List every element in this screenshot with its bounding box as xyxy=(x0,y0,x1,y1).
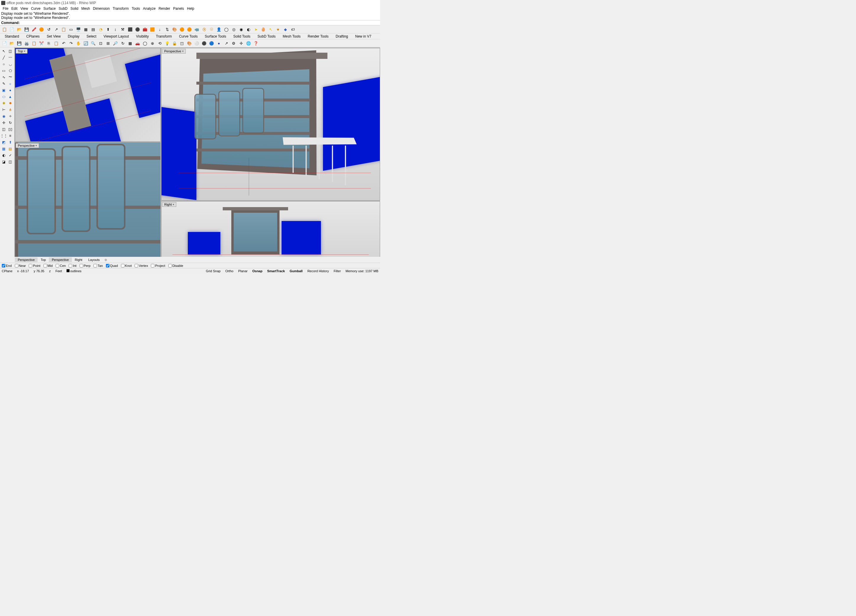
flatten-icon[interactable]: ⬛ xyxy=(127,26,133,32)
undo-view-icon[interactable]: ⟲ xyxy=(157,40,163,46)
explode-icon[interactable]: ✧ xyxy=(7,113,13,119)
osnap-perp-checkbox[interactable] xyxy=(80,264,83,268)
tag-icon[interactable]: 🏷 xyxy=(289,26,296,32)
tab-visibility[interactable]: Visibility xyxy=(132,34,152,39)
status-layer[interactable]: outlines xyxy=(66,269,82,273)
osnap-cen-checkbox[interactable] xyxy=(55,264,59,268)
man-icon[interactable]: 👤 xyxy=(216,26,222,32)
grid3-icon[interactable]: ▦ xyxy=(1,146,7,152)
osnap-vertex-checkbox[interactable] xyxy=(135,264,138,268)
refresh-icon[interactable]: ↻ xyxy=(120,40,126,46)
viewport-perspective-main[interactable]: Perspective xyxy=(161,48,380,200)
rect-tool-icon[interactable]: ▭ xyxy=(1,68,7,74)
menu-dimension[interactable]: Dimension xyxy=(91,6,111,11)
split-icon[interactable]: ⋔ xyxy=(7,106,13,113)
ring-icon[interactable]: ◯ xyxy=(142,40,148,46)
osnap-project-checkbox[interactable] xyxy=(151,264,154,268)
osnap-tan[interactable]: Tan xyxy=(94,264,103,268)
vptab-add-icon[interactable]: ⊕ xyxy=(103,257,109,262)
scale-icon[interactable]: ◫ xyxy=(1,126,7,132)
menu-file[interactable]: File xyxy=(1,6,10,11)
menu-transform[interactable]: Transform xyxy=(111,6,130,11)
cone-icon[interactable]: ▲ xyxy=(7,94,13,100)
open-icon[interactable]: 📂 xyxy=(16,26,23,32)
clipboard-icon[interactable]: 📋 xyxy=(1,26,8,32)
polygon-tool-icon[interactable]: ⬠ xyxy=(7,68,13,74)
polyline-tool-icon[interactable]: 〰 xyxy=(7,54,13,61)
zoom-extents-icon[interactable]: ⊞ xyxy=(105,40,111,46)
rhino-icon[interactable]: 🦏 xyxy=(194,26,200,32)
sphere-render-icon[interactable]: 🔵 xyxy=(208,40,215,46)
orbit-icon[interactable]: 🔄 xyxy=(83,40,89,46)
osnap-end-checkbox[interactable] xyxy=(2,264,5,268)
status-osnap[interactable]: Osnap xyxy=(252,269,262,273)
rotate-icon[interactable]: ↺ xyxy=(46,26,52,32)
tab-drafting[interactable]: Drafting xyxy=(332,34,352,39)
sphere-gray-icon[interactable]: ⚪ xyxy=(194,40,200,46)
edit-curve-icon[interactable]: ✎ xyxy=(1,80,7,87)
sphere-icon[interactable]: ⚫ xyxy=(134,26,141,32)
lock-icon[interactable]: 🔒 xyxy=(171,40,178,46)
car-icon[interactable]: 🚗 xyxy=(134,40,141,46)
tab-standard[interactable]: Standard xyxy=(1,34,23,39)
tab-display[interactable]: Display xyxy=(64,34,83,39)
osnap-vertex[interactable]: Vertex xyxy=(135,264,148,268)
osnap-near[interactable]: Near xyxy=(15,264,26,268)
clipboard2-icon[interactable]: 📋 xyxy=(60,26,67,32)
tab-select[interactable]: Select xyxy=(83,34,100,39)
menu-view[interactable]: View xyxy=(19,6,29,11)
diamond-icon[interactable]: ◆ xyxy=(282,26,289,32)
menu-surface[interactable]: Surface xyxy=(42,6,57,11)
copy-icon[interactable]: ⎘ xyxy=(46,40,52,46)
toolbar-tabs[interactable]: StandardCPlanesSet ViewDisplaySelectView… xyxy=(0,34,380,39)
open-file-icon[interactable]: 📂 xyxy=(9,40,15,46)
torus2-icon[interactable]: ◎ xyxy=(230,26,237,32)
osnap-int-checkbox[interactable] xyxy=(69,264,72,268)
grid2-icon[interactable]: ▤ xyxy=(90,26,96,32)
align-icon[interactable]: ≡ xyxy=(7,132,13,139)
status-units[interactable]: Feet xyxy=(55,269,62,273)
paste-icon[interactable]: 📋 xyxy=(53,40,60,46)
cluster-icon[interactable]: ⦾ xyxy=(208,26,215,32)
menu-mesh[interactable]: Mesh xyxy=(80,6,91,11)
viewport-top[interactable]: Top xyxy=(15,48,161,142)
osnap-quad-checkbox[interactable] xyxy=(106,264,109,268)
menu-help[interactable]: Help xyxy=(185,6,196,11)
box3d-icon[interactable]: ◩ xyxy=(1,139,7,145)
globe-icon[interactable]: 🌐 xyxy=(245,40,252,46)
osnap-knot[interactable]: Knot xyxy=(121,264,132,268)
osnap-int[interactable]: Int xyxy=(69,264,76,268)
menu-edit[interactable]: Edit xyxy=(10,6,19,11)
viewport-perspective-main-label[interactable]: Perspective xyxy=(162,49,185,54)
layers-icon[interactable]: ◫ xyxy=(179,40,185,46)
help-icon[interactable]: ❓ xyxy=(252,40,259,46)
torus4-icon[interactable]: ◐ xyxy=(245,26,252,32)
arc-tool-icon[interactable]: ◡ xyxy=(7,61,13,67)
redo-icon[interactable]: ↷ xyxy=(68,40,74,46)
mirror-icon[interactable]: ▯▯ xyxy=(7,126,13,132)
pointer-tool-icon[interactable]: ↖ xyxy=(1,48,7,54)
new-file-icon[interactable]: 📄 xyxy=(1,40,8,46)
status-gridsnap[interactable]: Grid Snap xyxy=(206,269,221,273)
menu-panels[interactable]: Panels xyxy=(172,6,185,11)
curve-tool-icon[interactable]: ∿ xyxy=(1,74,7,80)
select-arrow-icon[interactable]: ↖ xyxy=(267,26,274,32)
menu-solid[interactable]: Solid xyxy=(69,6,80,11)
new-icon[interactable]: 📄 xyxy=(9,26,15,32)
sun-icon[interactable]: 💡 xyxy=(164,40,170,46)
zoom-sel-icon[interactable]: 🔎 xyxy=(112,40,119,46)
curve2-tool-icon[interactable]: 〜 xyxy=(7,74,13,80)
osnap-tan-checkbox[interactable] xyxy=(94,264,97,268)
vptab-top-1[interactable]: Top xyxy=(38,257,49,262)
cylinder-icon[interactable]: ⬭ xyxy=(1,94,7,100)
dots3-icon[interactable]: ⦿ xyxy=(201,26,207,32)
box-icon[interactable]: ▭ xyxy=(68,26,74,32)
osnap-bar[interactable]: EndNearPointMidCenIntPerpTanQuadKnotVert… xyxy=(0,263,380,268)
tab-subd-tools[interactable]: SubD Tools xyxy=(254,34,279,39)
toolbox-icon[interactable]: 🧰 xyxy=(142,26,148,32)
menu-bar[interactable]: FileEditViewCurveSurfaceSubDSolidMeshDim… xyxy=(0,6,380,11)
menu-analyze[interactable]: Analyze xyxy=(142,6,157,11)
tab-set-view[interactable]: Set View xyxy=(43,34,64,39)
torus-icon[interactable]: ◯ xyxy=(223,26,229,32)
vptab-perspective-0[interactable]: Perspective xyxy=(15,257,38,262)
